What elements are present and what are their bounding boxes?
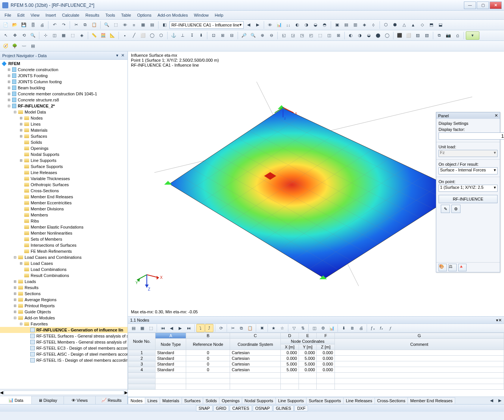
display-factor-input[interactable]	[439, 132, 504, 140]
col-g[interactable]: G	[335, 333, 504, 339]
tree-item[interactable]: Sets of Members	[0, 236, 128, 242]
expand-icon[interactable]: ⊞	[7, 86, 11, 90]
panel-filter-icon[interactable]: 🔺	[458, 264, 467, 271]
row-header[interactable]: 2	[128, 356, 156, 361]
tbl-nav-next-icon[interactable]: ▶	[176, 324, 184, 332]
c4-icon[interactable]: ▲	[409, 21, 417, 29]
tbl-mark2-icon[interactable]: ☆	[278, 324, 286, 332]
panel-icon[interactable]: ▤	[29, 42, 37, 50]
tbl-excel-icon[interactable]: 🗎	[348, 324, 356, 332]
tbl-scroll-left-icon[interactable]: ◀	[487, 397, 496, 404]
status-snap[interactable]: SNAP	[196, 405, 213, 411]
tree-item[interactable]: ⊞Sections	[0, 291, 128, 297]
next-icon[interactable]: ▶	[254, 21, 262, 29]
table-tab[interactable]: Surface Supports	[306, 397, 344, 404]
col-c[interactable]: C	[230, 333, 281, 339]
c3-icon[interactable]: △	[400, 21, 408, 29]
tree-item[interactable]: ⊞JOINTS Column footing	[0, 79, 128, 85]
expand-icon[interactable]	[19, 237, 23, 241]
table-row-empty[interactable]	[128, 378, 504, 384]
col-group[interactable]: Node Coordinates	[281, 339, 335, 344]
save-icon[interactable]: 💾	[20, 21, 28, 29]
col-d[interactable]: D	[281, 333, 299, 339]
close-button[interactable]: ✕	[490, 2, 502, 9]
tbl-t2[interactable]: ▦	[138, 324, 146, 332]
menu-tools[interactable]: Tools	[102, 12, 118, 18]
tool-c3[interactable]: 📐	[108, 31, 117, 40]
tool-k2[interactable]: 📷	[444, 31, 453, 40]
tree-item[interactable]: Variable Thicknesses	[0, 176, 128, 182]
tbl-mark1-icon[interactable]: ★	[269, 324, 278, 332]
window-icon[interactable]: ▦	[139, 21, 147, 29]
table-tab[interactable]: Openings	[219, 397, 242, 404]
tool-a3[interactable]: ⟲	[20, 31, 28, 40]
maximize-button[interactable]: ▢	[477, 2, 489, 9]
row-header[interactable]: 4	[128, 367, 156, 373]
tree-item[interactable]: Ribs	[0, 218, 128, 224]
tbl-copy-icon[interactable]: ⧉	[237, 324, 246, 332]
tool-j2[interactable]: ⬜	[404, 31, 413, 40]
col-ref[interactable]: Reference Node	[186, 339, 230, 350]
table-row-empty[interactable]	[128, 373, 504, 378]
visibility-icon[interactable]: 👁	[121, 21, 129, 29]
tree-item[interactable]: ⊞Printout Reports	[0, 303, 128, 309]
tree-item[interactable]: Openings	[0, 145, 128, 151]
tool-j1[interactable]: ⬛	[395, 31, 404, 40]
panel-edit-icon[interactable]: ✎	[441, 205, 450, 213]
tree-item[interactable]: ⊞Materials	[0, 127, 128, 133]
undo-icon[interactable]: ↶	[50, 21, 59, 29]
window2-icon[interactable]: ▤	[148, 21, 156, 29]
tree-load-group[interactable]: ⊟Load Cases and Combinations	[0, 254, 128, 260]
tbl-sort-icon[interactable]: ⇅	[299, 324, 307, 332]
tool-d5[interactable]: ⬡	[157, 31, 165, 40]
loadcase-combo[interactable]: RF-INFLUENCE CA1 - Influence line▾	[170, 21, 244, 29]
navigator-close-icon[interactable]: ✕	[120, 53, 125, 58]
col-a[interactable]: A	[156, 333, 186, 339]
row-header[interactable]: 1	[128, 350, 156, 356]
table-row[interactable]: 4Standard0Cartesian5.0000.0000.000	[128, 367, 504, 373]
expand-icon[interactable]	[19, 182, 23, 187]
select-icon[interactable]: ⬚	[112, 21, 120, 29]
expand-icon[interactable]: ⊞	[19, 116, 23, 120]
tool-a1[interactable]: ↖	[2, 31, 10, 40]
tree-active-project[interactable]: ⊟RF-INFLUENCE_2*	[0, 103, 128, 109]
tbl-t3[interactable]: ⬚	[147, 324, 155, 332]
r3-icon[interactable]: ◒	[311, 21, 320, 29]
tool-h3[interactable]: ◳	[298, 31, 306, 40]
expand-icon[interactable]	[19, 140, 23, 145]
tree-item[interactable]: ⊞Concrete structure.rs8	[0, 97, 128, 103]
tool-f1[interactable]: ⊡	[209, 31, 218, 40]
table-tab[interactable]: Member End Releases	[408, 397, 455, 404]
display-factor-spinner[interactable]: ▲▼	[439, 132, 498, 140]
expand-icon[interactable]: ⊞	[13, 310, 17, 314]
tool-i1[interactable]: ◐	[347, 31, 355, 40]
tree-item[interactable]: Member Divisions	[0, 206, 128, 212]
loads-icon[interactable]: ↓↓	[284, 21, 292, 29]
expand-icon[interactable]	[19, 225, 23, 229]
collapse-icon[interactable]: ⊟	[13, 316, 17, 320]
tree-item[interactable]: ⊞JOINTS Footing	[0, 73, 128, 79]
rf-influence-button[interactable]: RF-INFLUENCE	[439, 195, 498, 203]
tree-model-data[interactable]: ⊟Model Data	[0, 109, 128, 115]
tree-item[interactable]: ⊞Line Supports	[0, 157, 128, 163]
expand-icon[interactable]	[19, 213, 23, 217]
s3-icon[interactable]: ▥	[351, 21, 359, 29]
expand-icon[interactable]	[25, 358, 30, 362]
expand-icon[interactable]	[19, 201, 23, 205]
tool-e3[interactable]: ↧	[188, 31, 196, 40]
expand-icon[interactable]	[19, 219, 23, 223]
tree-item[interactable]: Load Combinations	[0, 266, 128, 272]
tool-c1[interactable]: 📏	[90, 31, 98, 40]
table-tab[interactable]: Solids	[203, 397, 219, 404]
collapse-icon[interactable]: ⊟	[13, 110, 17, 114]
expand-icon[interactable]	[19, 146, 23, 151]
expand-icon[interactable]: ⊞	[19, 122, 23, 126]
status-cartes[interactable]: CARTES	[230, 405, 252, 411]
tbl-nav-last-icon[interactable]: ⏭	[185, 324, 193, 332]
show-icon[interactable]: 👁	[266, 21, 274, 29]
s2-icon[interactable]: ▤	[342, 21, 350, 29]
expand-icon[interactable]: ⊞	[7, 73, 11, 78]
tool-h7[interactable]: ⊞	[334, 31, 342, 40]
cut-icon[interactable]: ✂	[72, 21, 80, 29]
tool-h6[interactable]: ◫	[325, 31, 333, 40]
